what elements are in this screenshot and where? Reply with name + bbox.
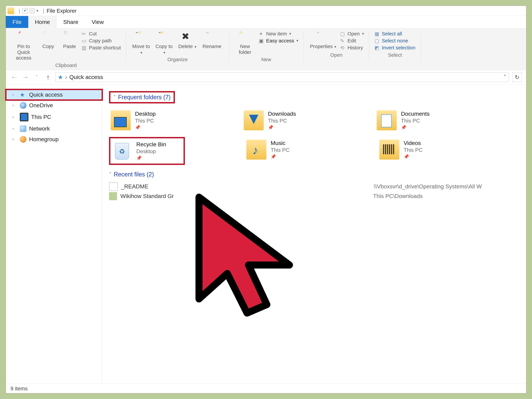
pin-icon: 📌: [135, 125, 156, 130]
quick-access-star-icon: ★: [58, 74, 63, 81]
properties-button[interactable]: ✔ Properties ▾: [309, 31, 337, 49]
content-pane: ˅ Frequent folders (7) Desktop This PC 📌…: [102, 84, 526, 384]
history-button[interactable]: ⟲History: [340, 45, 364, 51]
tab-file[interactable]: File: [6, 16, 28, 28]
new-folder-button[interactable]: 📁 New folder: [234, 31, 256, 55]
cut-button[interactable]: ✂Cut: [82, 31, 121, 37]
separator: |: [43, 8, 44, 14]
path-icon: ▭: [82, 38, 87, 44]
file-row[interactable]: Wikihow Standard Gr This PC\Downloads: [109, 192, 519, 200]
chevron-right-icon: ›: [13, 114, 17, 120]
back-button[interactable]: ←: [10, 73, 18, 81]
pin-to-quick-access-button[interactable]: 📌 Pin to Quick access: [11, 31, 36, 61]
sidebar-item-label: This PC: [31, 114, 51, 120]
sidebar-item-this-pc[interactable]: › This PC: [6, 111, 102, 123]
easy-access-button[interactable]: ▣Easy access ▾: [259, 38, 298, 44]
tab-home[interactable]: Home: [28, 16, 57, 28]
forward-button[interactable]: →: [21, 73, 29, 81]
folder-icon: [111, 110, 131, 130]
rename-button[interactable]: ▭ Rename: [200, 31, 224, 49]
section-recent-files[interactable]: ˅ Recent files (2): [109, 171, 519, 178]
frequent-folders-grid: Desktop This PC 📌 Downloads This PC 📌: [109, 108, 519, 165]
star-icon: ★: [20, 91, 26, 98]
pin-icon: 📌: [271, 154, 290, 159]
qat-dropdown-icon[interactable]: ▾: [36, 9, 38, 13]
group-label: Clipboard: [55, 62, 77, 70]
folder-tile-documents[interactable]: Documents This PC 📌: [375, 108, 501, 133]
folder-tile-music[interactable]: ♪ Music This PC 📌: [245, 137, 371, 162]
sidebar-item-label: Quick access: [29, 91, 63, 98]
copy-path-button[interactable]: ▭Copy path: [82, 38, 121, 44]
copy-to-icon: ➡📁: [158, 31, 170, 43]
folder-icon: [379, 140, 399, 160]
easy-access-icon: ▣: [259, 38, 265, 44]
chevron-right-icon: ›: [13, 137, 17, 142]
group-label: Organize: [167, 56, 188, 64]
select-none-button[interactable]: ▢Select none: [374, 38, 415, 44]
chevron-right-icon: ›: [13, 126, 17, 131]
pin-icon: 📌: [268, 125, 296, 130]
qat-blank-icon[interactable]: [29, 8, 35, 13]
ribbon-group-organize: ⬅📁 Move to ▾ ➡📁 Copy to ▾ ✖ Delete ▾ ▭ R…: [126, 30, 229, 70]
shortcut-icon: ▥: [82, 45, 87, 51]
folder-tile-downloads[interactable]: Downloads This PC 📌: [242, 108, 368, 133]
sidebar-item-label: OneDrive: [29, 102, 53, 108]
delete-button[interactable]: ✖ Delete ▾: [177, 31, 197, 49]
sidebar-item-network[interactable]: › Network: [6, 123, 102, 134]
open-icon: ▢: [340, 31, 346, 37]
chevron-right-icon: ›: [65, 74, 67, 80]
network-icon: [20, 125, 26, 132]
pin-icon: 📌: [18, 31, 29, 43]
open-button[interactable]: ▢Open ▾: [340, 31, 364, 37]
status-bar: 9 items: [6, 384, 526, 393]
paste-button[interactable]: 📋 Paste: [60, 31, 79, 49]
select-none-icon: ▢: [374, 38, 380, 44]
select-all-button[interactable]: ▦Select all: [374, 31, 415, 37]
chevron-down-icon: ▾: [289, 32, 291, 36]
chevron-down-icon: ▾: [362, 32, 364, 36]
chevron-down-icon: ˅: [113, 95, 116, 100]
copy-button[interactable]: 📄 Copy: [39, 31, 57, 49]
separator: |: [19, 8, 20, 14]
chevron-down-icon: ▾: [333, 45, 336, 49]
folder-tile-desktop[interactable]: Desktop This PC 📌: [109, 108, 235, 133]
sidebar-item-homegroup[interactable]: › Homegroup: [6, 134, 102, 145]
paste-icon: 📋: [64, 31, 75, 43]
invert-icon: ◩: [374, 45, 380, 51]
folder-icon: [377, 110, 397, 130]
file-row[interactable]: _README \\Vboxsvr\d_drive\Operating Syst…: [109, 182, 519, 191]
chevron-down-icon: ▾: [140, 51, 142, 55]
chevron-down-icon[interactable]: ˅: [504, 74, 507, 81]
tab-share[interactable]: Share: [57, 16, 85, 28]
navigation-pane: › ★ Quick access › OneDrive › This PC › …: [6, 84, 102, 384]
move-to-button[interactable]: ⬅📁 Move to ▾: [132, 31, 152, 55]
sidebar-item-onedrive[interactable]: › OneDrive: [6, 100, 102, 111]
section-frequent-folders[interactable]: ˅ Frequent folders (7): [109, 91, 175, 103]
refresh-button[interactable]: ↻: [512, 72, 522, 82]
pin-icon: 📌: [136, 155, 166, 161]
copy-to-button[interactable]: ➡📁 Copy to ▾: [154, 31, 174, 55]
folder-tile-recycle-bin[interactable]: ♻ Recycle Bin Desktop 📌: [109, 137, 185, 165]
up-button[interactable]: ↑: [44, 73, 52, 81]
chevron-down-icon: ▾: [296, 38, 298, 43]
pin-icon: 📌: [404, 154, 423, 159]
qat-checkbox-icon[interactable]: ✔: [22, 8, 28, 13]
address-bar[interactable]: ★ › Quick access ˅: [55, 72, 509, 82]
chevron-right-icon: ›: [13, 92, 17, 97]
title-bar: | ✔ ▾ | File Explorer: [6, 6, 526, 16]
item-count: 9 items: [11, 386, 28, 392]
recent-locations-button[interactable]: ˅: [33, 73, 41, 81]
folder-tile-videos[interactable]: Videos This PC 📌: [378, 137, 504, 162]
paste-shortcut-button[interactable]: ▥Paste shortcut: [82, 45, 121, 51]
sidebar-item-quick-access[interactable]: › ★ Quick access: [6, 89, 102, 100]
copy-icon: 📄: [42, 31, 54, 43]
new-item-button[interactable]: ✦New item ▾: [259, 31, 298, 37]
history-icon: ⟲: [340, 45, 346, 51]
edit-button[interactable]: ✎Edit: [340, 38, 364, 44]
tab-view[interactable]: View: [85, 16, 110, 28]
ribbon-group-clipboard: 📌 Pin to Quick access 📄 Copy 📋 Paste ✂Cu…: [6, 30, 126, 70]
group-label: Open: [330, 51, 342, 59]
check-icon: ✔: [317, 31, 329, 43]
invert-selection-button[interactable]: ◩Invert selection: [374, 45, 415, 51]
homegroup-icon: [20, 136, 26, 143]
